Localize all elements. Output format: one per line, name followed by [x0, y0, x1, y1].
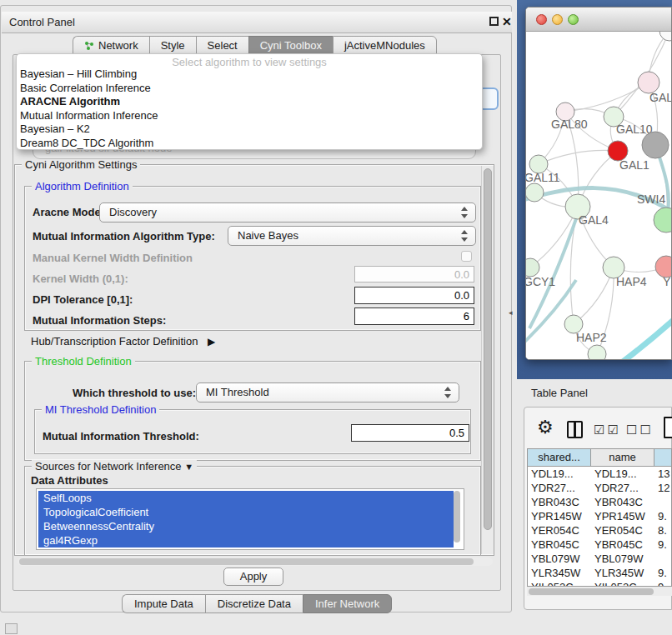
network-edge-thick[interactable] — [619, 310, 672, 360]
network-node[interactable] — [588, 345, 606, 360]
table-cell[interactable]: YBR045C — [528, 538, 591, 552]
table-cell[interactable]: YPR145W — [528, 509, 591, 523]
table-cell[interactable]: YER054C — [528, 523, 591, 538]
table-cell[interactable]: YBR043C — [528, 495, 591, 509]
column-header-name[interactable]: name — [591, 449, 654, 466]
apply-button[interactable]: Apply — [223, 568, 283, 586]
table-cell[interactable] — [654, 552, 671, 566]
mi-type-combo[interactable]: Naive Bayes — [228, 226, 476, 246]
table-row[interactable]: YLR345WYLR345W9. — [528, 566, 671, 580]
network-node[interactable] — [526, 183, 544, 202]
algorithm-option[interactable]: Bayesian – Hill Climbing — [17, 68, 482, 82]
table-cell[interactable]: YLR345W — [591, 566, 654, 580]
table-cell[interactable]: 12 — [654, 481, 671, 495]
table-cell[interactable]: YBR043C — [591, 495, 654, 509]
attribute-item[interactable]: BetweennessCentrality — [38, 519, 454, 533]
close-icon[interactable]: ✕ — [502, 15, 512, 28]
column-header-partial[interactable] — [654, 449, 671, 466]
minimize-traffic-light-icon[interactable] — [552, 14, 563, 25]
tab-select[interactable]: Select — [196, 36, 248, 55]
table-cell[interactable] — [654, 495, 671, 509]
algorithm-option[interactable]: Basic Correlation Inference — [17, 82, 482, 96]
document-icon[interactable] — [664, 417, 672, 438]
scrollbar-thumb[interactable] — [529, 588, 654, 595]
table-cell[interactable]: 9. — [654, 566, 671, 580]
table-row[interactable]: YDL19...YDL19...13 — [528, 467, 671, 481]
dock-button[interactable] — [5, 623, 18, 634]
scrollbar-thumb[interactable] — [19, 558, 474, 565]
table-row[interactable]: YDR27...YDR27...12 — [528, 481, 671, 495]
close-traffic-light-icon[interactable] — [536, 14, 547, 25]
tab-cyni-toolbox[interactable]: Cyni Toolbox — [248, 36, 333, 55]
attribute-item[interactable]: gal4RGexp — [38, 533, 454, 548]
table-cell[interactable]: 9. — [654, 538, 671, 552]
scrollbar-thumb[interactable] — [484, 168, 492, 530]
attributes-scrollbar[interactable] — [453, 490, 462, 548]
tab-discretize-data[interactable]: Discretize Data — [205, 594, 303, 613]
splitpane-collapse-icon[interactable]: ◂ — [509, 308, 513, 317]
data-attributes-list[interactable]: SelfLoopsTopologicalCoefficientBetweenne… — [36, 488, 464, 550]
attribute-item[interactable]: SelfLoops — [38, 491, 454, 505]
algorithm-option[interactable]: Bayesian – K2 — [17, 122, 482, 137]
table-cell[interactable]: YBR045C — [591, 538, 654, 552]
sources-title[interactable]: Sources for Network Inference ▼ — [32, 460, 197, 472]
mi-steps-field[interactable] — [354, 308, 474, 325]
settings-hscrollbar[interactable] — [18, 558, 493, 566]
mi-threshold-field[interactable] — [351, 424, 469, 442]
algorithm-option[interactable]: Dream8 DC_TDC Algorithm — [17, 137, 482, 151]
table-cell[interactable]: 9 — [654, 580, 671, 587]
table-cell[interactable]: YIL052C — [591, 580, 654, 587]
dpi-tolerance-field[interactable] — [354, 287, 474, 304]
aracne-mode-combo[interactable]: Discovery — [99, 202, 476, 222]
table-cell[interactable]: YPR145W — [591, 509, 654, 523]
network-edge[interactable] — [565, 82, 649, 112]
table-cell[interactable]: YBL079W — [591, 552, 654, 566]
table-cell[interactable]: 9. — [654, 509, 671, 523]
attribute-item[interactable]: TopologicalCoefficient — [38, 505, 454, 519]
hub-definition-toggle[interactable]: Hub/Transcription Factor Definition ▶ — [31, 335, 215, 348]
network-graph[interactable]: GALGAL80GAL10GAL1GAL11SWI4GAL4GCY1HAP4YH… — [526, 32, 672, 360]
tab-style[interactable]: Style — [149, 36, 196, 55]
network-node[interactable] — [659, 32, 672, 41]
table-cell[interactable]: 13 — [654, 467, 671, 481]
algorithm-option[interactable]: Mutual Information Inference — [17, 109, 482, 123]
tab-network[interactable]: Network — [73, 36, 149, 55]
table-row[interactable]: YER054CYER054C8. — [528, 523, 671, 538]
table-row[interactable]: YBR045CYBR045C9. — [528, 538, 671, 552]
table-row[interactable]: YIL052CYIL052C9 — [528, 580, 671, 587]
network-canvas[interactable]: GALGAL80GAL10GAL1GAL11SWI4GAL4GCY1HAP4YH… — [526, 32, 672, 360]
table-row[interactable]: YPR145WYPR145W9. — [528, 509, 671, 523]
table-cell[interactable]: YIL052C — [528, 580, 591, 587]
table-cell[interactable]: YLR345W — [528, 566, 591, 580]
table-cell[interactable]: YDR27... — [591, 481, 654, 495]
node-table[interactable]: shared... name YDL19...YDL19...13YDR27..… — [527, 448, 672, 587]
tab-jactivemnodules[interactable]: jActiveMNodules — [333, 36, 437, 55]
table-cell[interactable]: YBL079W — [528, 552, 591, 566]
tab-infer-network[interactable]: Infer Network — [303, 594, 392, 613]
table-cell[interactable]: 8. — [654, 523, 671, 538]
table-hscrollbar[interactable] — [527, 587, 672, 596]
which-threshold-combo[interactable]: MI Threshold — [196, 382, 459, 402]
zoom-traffic-light-icon[interactable] — [568, 14, 579, 25]
select-all-checkboxes-icon[interactable]: ☑☑ — [594, 422, 621, 438]
table-cell[interactable]: YDR27... — [528, 481, 591, 495]
kernel-width-field[interactable] — [354, 266, 474, 282]
table-cell[interactable]: YER054C — [591, 523, 654, 538]
tab-impute-data[interactable]: Impute Data — [122, 594, 205, 613]
table-row[interactable]: YBR043CYBR043C — [528, 495, 671, 509]
manual-kernel-checkbox[interactable] — [461, 251, 472, 262]
settings-scrollbar[interactable] — [481, 166, 494, 554]
table-row[interactable]: YBL079WYBL079W — [528, 552, 671, 566]
scrollbar-thumb[interactable] — [454, 491, 460, 542]
gear-icon[interactable]: ⚙ — [537, 419, 554, 436]
table-cell[interactable]: YDL19... — [528, 467, 591, 481]
columns-icon[interactable] — [567, 421, 583, 438]
deselect-all-checkboxes-icon[interactable]: ☐☐ — [626, 422, 654, 438]
network-node[interactable] — [642, 132, 669, 158]
network-node[interactable] — [654, 208, 672, 232]
table-cell[interactable]: YDL19... — [591, 467, 654, 481]
float-window-icon[interactable] — [489, 17, 499, 26]
column-header-shared[interactable]: shared... — [528, 449, 591, 466]
network-edge-thick[interactable] — [526, 280, 576, 348]
algorithm-option[interactable]: ARACNE Algorithm — [17, 95, 482, 109]
